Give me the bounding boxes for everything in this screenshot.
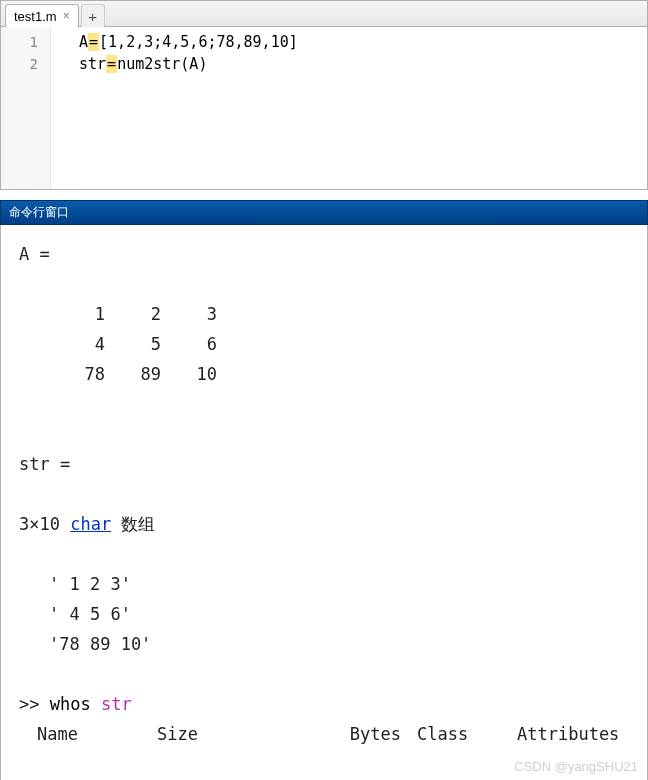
code-area[interactable]: A=[1,2,3;4,5,6;78,89,10]str=num2str(A) [51,27,647,189]
whos-header: NameSizeBytesClassAttributes [19,719,641,749]
editor-section: test1.m × + 1 2 A=[1,2,3;4,5,6;78,89,10]… [0,0,648,190]
tab-bar: test1.m × + [1,1,647,27]
command-prompt-line[interactable]: >> whos str [19,689,641,719]
str-row: '78 89 10' [19,629,641,659]
editor-body[interactable]: 1 2 A=[1,2,3;4,5,6;78,89,10]str=num2str(… [1,27,647,189]
char-type-link[interactable]: char [70,514,111,534]
file-tab[interactable]: test1.m × [5,4,79,27]
panel-gap [0,190,648,200]
command-window-titlebar[interactable]: 命令行窗口 [0,200,648,225]
command-keyword: whos [50,694,101,714]
file-tab-label: test1.m [14,9,57,24]
assign-highlight: = [106,55,117,73]
close-tab-icon[interactable]: × [63,9,70,23]
prompt-symbol: >> [19,694,50,714]
code-line: A=[1,2,3;4,5,6;78,89,10] [79,31,639,53]
output-var-label: str = [19,449,641,479]
code-line: str=num2str(A) [79,53,639,75]
output-var-label: A = [19,239,641,269]
line-gutter: 1 2 [1,27,51,189]
watermark: CSDN @yangSHU21 [514,759,638,774]
line-number: 2 [1,53,38,75]
blank-line [19,389,641,419]
command-window-title: 命令行窗口 [9,205,69,219]
blank-line [19,659,641,689]
matrix-row: 456 [19,329,641,359]
matrix-row: 788910 [19,359,641,389]
blank-line [19,419,641,449]
command-variable: str [101,694,132,714]
blank-line [19,269,641,299]
matrix-row: 123 [19,299,641,329]
line-number: 1 [1,31,38,53]
assign-highlight: = [88,33,99,51]
str-row: ' 1 2 3' [19,569,641,599]
str-row: ' 4 5 6' [19,599,641,629]
add-tab-button[interactable]: + [81,4,105,27]
command-window-body[interactable]: A = 123 456 788910 str = 3×10 char 数组 ' … [0,225,648,780]
str-description: 3×10 char 数组 [19,509,641,539]
blank-line [19,539,641,569]
blank-line [19,479,641,509]
